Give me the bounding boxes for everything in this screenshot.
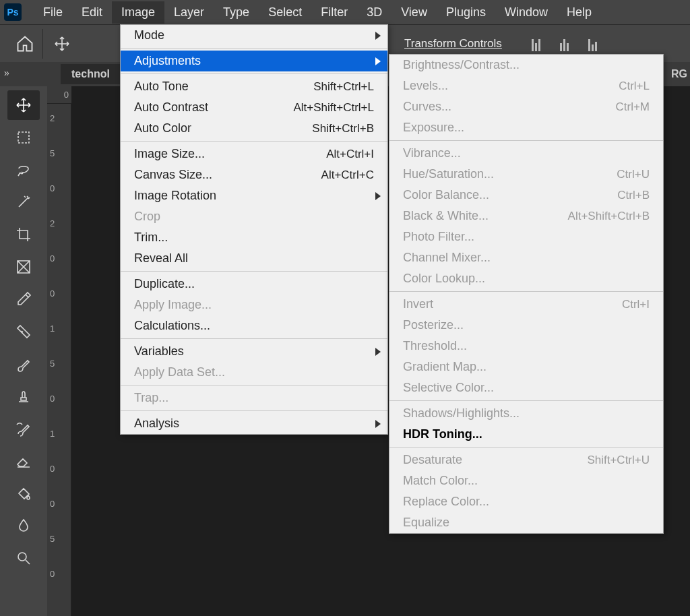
align-bottom-icon[interactable] <box>584 36 602 51</box>
menu-item-label: Auto Contrast <box>134 100 208 115</box>
menu-help[interactable]: Help <box>557 1 601 24</box>
menu-item-shortcut: Ctrl+M <box>615 100 650 114</box>
zoom-tool[interactable] <box>7 543 40 573</box>
move-tool[interactable] <box>7 90 40 120</box>
menu-item-label: Canvas Size... <box>134 168 212 182</box>
ruler-tick: 1 <box>50 324 55 334</box>
menu-separator <box>389 400 663 401</box>
image-menu-mode[interactable]: Mode <box>121 25 387 46</box>
menu-item-label: Posterize... <box>403 318 464 332</box>
menu-plugins[interactable]: Plugins <box>437 1 495 24</box>
menu-item-label: Apply Image... <box>134 298 212 312</box>
image-menu-adjustments[interactable]: Adjustments <box>121 51 387 71</box>
adjustments-color-lookup: Color Lookup... <box>389 268 663 289</box>
ruler-tick: 0 <box>50 569 55 579</box>
adjustments-brightness-contrast: Brightness/Contrast... <box>389 55 663 75</box>
expand-panels-icon[interactable]: » <box>4 67 9 78</box>
menu-item-label: Photo Filter... <box>403 230 474 244</box>
stamp-tool[interactable] <box>7 381 40 411</box>
menu-item-label: Match Color... <box>403 474 478 488</box>
image-menu-variables[interactable]: Variables <box>121 341 387 362</box>
brush-tool[interactable] <box>7 349 40 379</box>
menu-item-label: Selective Color... <box>403 381 494 395</box>
move-tool-icon[interactable] <box>50 36 74 52</box>
menu-separator <box>121 73 387 74</box>
menu-item-label: Channel Mixer... <box>403 251 491 265</box>
ruler-tick: 0 <box>50 394 55 404</box>
align-middle-icon[interactable] <box>556 36 573 51</box>
ruler-tick: 5 <box>50 148 55 158</box>
menu-select[interactable]: Select <box>259 1 311 24</box>
menu-item-label: Auto Color <box>134 121 191 135</box>
blur-tool[interactable] <box>7 511 40 541</box>
frame-tool[interactable] <box>7 252 40 282</box>
menu-filter[interactable]: Filter <box>311 1 357 24</box>
menu-item-label: Vibrance... <box>403 146 461 160</box>
menu-item-label: Color Lookup... <box>403 272 485 286</box>
bucket-tool[interactable] <box>7 479 40 508</box>
svg-rect-0 <box>18 132 29 143</box>
ruler-tick: 0 <box>50 253 55 264</box>
svg-point-1 <box>18 553 26 561</box>
menu-edit[interactable]: Edit <box>72 1 112 24</box>
image-menu-analysis[interactable]: Analysis <box>121 413 387 434</box>
menu-3d[interactable]: 3D <box>357 1 391 24</box>
image-menu-auto-color[interactable]: Auto ColorShift+Ctrl+B <box>121 118 387 139</box>
menu-layer[interactable]: Layer <box>164 1 214 24</box>
document-tab[interactable]: technol <box>61 64 121 84</box>
adjustments-submenu: Brightness/Contrast...Levels...Ctrl+LCur… <box>389 54 664 534</box>
lasso-tool[interactable] <box>7 155 40 185</box>
marquee-tool[interactable] <box>7 123 40 152</box>
menu-item-label: Black & White... <box>403 209 489 223</box>
adjustments-posterize: Posterize... <box>389 315 663 336</box>
adjustments-channel-mixer: Channel Mixer... <box>389 247 663 268</box>
align-top-icon[interactable] <box>528 36 545 51</box>
menu-item-label: Gradient Map... <box>403 360 487 374</box>
adjustments-black-white: Black & White...Alt+Shift+Ctrl+B <box>389 206 663 226</box>
menu-item-label: Invert <box>403 297 433 311</box>
history-brush-tool[interactable] <box>7 414 40 443</box>
adjustments-hdr-toning[interactable]: HDR Toning... <box>389 424 663 445</box>
ruler-origin: 0 <box>47 86 71 104</box>
adjustments-match-color: Match Color... <box>389 470 663 491</box>
menu-type[interactable]: Type <box>214 1 259 24</box>
menu-window[interactable]: Window <box>495 1 557 24</box>
image-menu-trim[interactable]: Trim... <box>121 227 387 248</box>
adjustments-vibrance: Vibrance... <box>389 143 663 164</box>
image-menu-calculations[interactable]: Calculations... <box>121 315 387 336</box>
home-icon[interactable] <box>7 29 43 59</box>
menu-item-shortcut: Shift+Ctrl+L <box>313 80 374 94</box>
image-menu-trap: Trap... <box>121 388 387 408</box>
menu-item-label: Adjustments <box>134 54 201 68</box>
ruler-tick: 5 <box>50 534 55 544</box>
menu-item-label: Auto Tone <box>134 80 189 94</box>
menu-separator <box>121 410 387 411</box>
image-menu-auto-contrast[interactable]: Auto ContrastAlt+Shift+Ctrl+L <box>121 97 387 118</box>
align-icons <box>528 36 602 51</box>
menu-image[interactable]: Image <box>112 1 164 24</box>
ruler-tick: 0 <box>50 464 55 474</box>
image-menu-duplicate[interactable]: Duplicate... <box>121 274 387 295</box>
image-menu-image-size[interactable]: Image Size...Alt+Ctrl+I <box>121 144 387 164</box>
menu-item-label: Exposure... <box>403 121 464 135</box>
image-menu-auto-tone[interactable]: Auto ToneShift+Ctrl+L <box>121 76 387 97</box>
menu-separator <box>121 48 387 49</box>
healing-tool[interactable] <box>7 317 40 346</box>
submenu-arrow-icon <box>375 348 381 356</box>
eraser-tool[interactable] <box>7 446 40 476</box>
menu-item-label: Duplicate... <box>134 277 195 291</box>
menu-view[interactable]: View <box>391 1 437 24</box>
image-menu-reveal-all[interactable]: Reveal All <box>121 248 387 269</box>
ruler-tick: 5 <box>50 359 55 369</box>
menu-item-label: Mode <box>134 28 164 42</box>
crop-tool[interactable] <box>7 220 40 249</box>
menu-file[interactable]: File <box>34 1 72 24</box>
image-menu-canvas-size[interactable]: Canvas Size...Alt+Ctrl+C <box>121 164 387 185</box>
eyedropper-tool[interactable] <box>7 284 40 314</box>
menu-item-label: Desaturate <box>403 453 462 467</box>
menu-item-label: Equalize <box>403 516 449 530</box>
menu-item-shortcut: Shift+Ctrl+B <box>312 122 374 135</box>
wand-tool[interactable] <box>7 187 40 217</box>
image-menu-image-rotation[interactable]: Image Rotation <box>121 185 387 206</box>
menu-item-label: Image Rotation <box>134 189 216 203</box>
